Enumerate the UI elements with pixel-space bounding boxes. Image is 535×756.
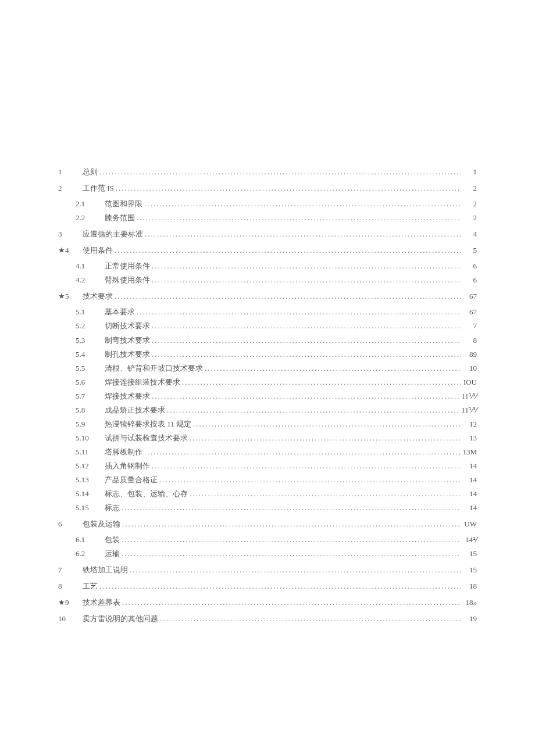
toc-subentry: 5.3制弯技术要求8 bbox=[58, 334, 477, 347]
toc-entry-number: 5.7 bbox=[76, 389, 105, 403]
toc-entry-title: 焊接连接组装技术要求 bbox=[105, 375, 180, 389]
toc-leader-dots bbox=[205, 361, 461, 375]
toc-leader-dots bbox=[193, 417, 461, 431]
toc-entry-page: 6 bbox=[463, 259, 477, 273]
toc-leader-dots bbox=[190, 431, 461, 445]
toc-entry-number: 5.12 bbox=[76, 459, 105, 473]
toc-entry-number: ★9 bbox=[58, 596, 83, 610]
toc-entry-title: 标志、包装、运输、心存 bbox=[105, 487, 188, 501]
toc-entry-page: 8 bbox=[463, 334, 477, 347]
toc-entry-page: 14 bbox=[463, 473, 477, 487]
toc-entry-title: 运输 bbox=[105, 547, 120, 561]
toc-entry-number: 2 bbox=[58, 181, 83, 195]
toc-entry-page: 14⅟ bbox=[463, 533, 477, 547]
toc-subentry: 5.13产品质量合格证14 bbox=[58, 473, 477, 487]
toc-subentry: 5.5清根、铲背和开坡口技术要求10 bbox=[58, 361, 477, 375]
toc-entry-title: 正常使用条件 bbox=[105, 259, 150, 273]
toc-leader-dots bbox=[145, 227, 461, 241]
toc-leader-dots bbox=[99, 165, 461, 179]
toc-entry-number: 4.1 bbox=[76, 259, 105, 273]
toc-entry-number: 5.11 bbox=[76, 445, 105, 459]
toc-entry-number: 6 bbox=[58, 517, 83, 531]
toc-leader-dots bbox=[137, 305, 461, 319]
toc-entry-number: ★5 bbox=[58, 289, 83, 303]
toc-subentry: 5.10试拼与试装检查技术要求13 bbox=[58, 431, 477, 445]
toc-entry-title: 制弯技术要求 bbox=[105, 334, 150, 347]
toc-entry-number: 5.9 bbox=[76, 417, 105, 431]
toc-entry-title: 清根、铲背和开坡口技术要求 bbox=[105, 361, 203, 375]
toc-entry-page: 89 bbox=[463, 347, 477, 361]
toc-entry-page: UW bbox=[463, 517, 477, 531]
toc-subentry: 5.1基本要求67 bbox=[58, 305, 477, 319]
toc-leader-dots bbox=[152, 259, 461, 273]
toc-subentry: 4.2臂殊使用条件6 bbox=[58, 273, 477, 287]
toc-subentry: 5.11塔脚板制作13M bbox=[58, 445, 477, 459]
toc-subsection-list: 6.1包装14⅟6.2运输15 bbox=[58, 533, 477, 561]
toc-entry-page: 4 bbox=[463, 227, 477, 241]
toc-entry-title: 试拼与试装检查技术要求 bbox=[105, 431, 188, 445]
toc-section: 1总则1 bbox=[58, 165, 477, 179]
toc-leader-dots bbox=[152, 347, 461, 361]
toc-entry: 3应遵循的主要标准4 bbox=[58, 227, 477, 241]
toc-section: ★9技术差界表18» bbox=[58, 596, 477, 610]
toc-entry-number: 5.3 bbox=[76, 334, 105, 347]
toc-entry-number: 8 bbox=[58, 579, 83, 593]
toc-section: 8工艺18 bbox=[58, 579, 477, 593]
table-of-contents: 1总则12工作范 IS22.1范图和界限22.2膝务范围23应遵循的主要标准4★… bbox=[58, 165, 477, 626]
toc-section: 2工作范 IS22.1范图和界限22.2膝务范围2 bbox=[58, 181, 477, 225]
toc-entry-page: 5 bbox=[463, 243, 477, 257]
toc-subentry: 5.14标志、包装、运输、心存14 bbox=[58, 487, 477, 501]
toc-entry: 1总则1 bbox=[58, 165, 477, 179]
toc-entry-page: 11⅟⅟ bbox=[461, 403, 477, 417]
toc-entry-title: 膝务范围 bbox=[105, 211, 135, 225]
toc-entry-page: 2 bbox=[463, 181, 477, 195]
toc-subentry: 5.9热浸犊锌要求按表 11 规定12 bbox=[58, 417, 477, 431]
toc-entry: ★9技术差界表18» bbox=[58, 596, 477, 610]
toc-leader-dots bbox=[152, 319, 461, 333]
toc-entry-page: 2 bbox=[463, 197, 477, 211]
toc-section: 3应遵循的主要标准4 bbox=[58, 227, 477, 241]
toc-subsection-list: 5.1基本要求675.2切断技术要求75.3制弯技术要求85.4制孔技术要求89… bbox=[58, 305, 477, 515]
toc-entry-title: 应遵循的主要标准 bbox=[83, 227, 143, 241]
toc-leader-dots bbox=[130, 563, 461, 577]
toc-entry-page: 13M bbox=[462, 445, 477, 459]
toc-entry: 6包装及运输UW bbox=[58, 517, 477, 531]
toc-subentry: 5.6焊接连接组装技术要求IOU bbox=[58, 375, 477, 389]
toc-entry-title: 使用条件 bbox=[83, 243, 113, 257]
toc-entry: 10卖方雷说明的其他问题19 bbox=[58, 612, 477, 626]
toc-entry-number: 5.5 bbox=[76, 361, 105, 375]
toc-entry: ★5技术要求67 bbox=[58, 289, 477, 303]
toc-entry: 2工作范 IS2 bbox=[58, 181, 477, 195]
toc-entry-title: 制孔技术要求 bbox=[105, 347, 150, 361]
toc-section: ★5技术要求675.1基本要求675.2切断技术要求75.3制弯技术要求85.4… bbox=[58, 289, 477, 515]
toc-entry-title: 范图和界限 bbox=[105, 197, 142, 211]
toc-entry-page: 13 bbox=[463, 431, 477, 445]
toc-entry-number: 5.10 bbox=[76, 431, 105, 445]
toc-leader-dots bbox=[152, 334, 461, 347]
toc-entry: ★4使用条件5 bbox=[58, 243, 477, 257]
toc-entry-number: 1 bbox=[58, 165, 83, 179]
toc-section: ★4使用条件54.1正常使用条件64.2臂殊使用条件6 bbox=[58, 243, 477, 287]
toc-leader-dots bbox=[182, 375, 461, 389]
toc-entry-number: 5.14 bbox=[76, 487, 105, 501]
toc-entry-title: 包装及运输 bbox=[83, 517, 120, 531]
toc-entry-number: 5.8 bbox=[76, 403, 105, 417]
toc-entry: 7铁塔加工说明15 bbox=[58, 563, 477, 577]
toc-section: 10卖方雷说明的其他问题19 bbox=[58, 612, 477, 626]
toc-entry-page: 14 bbox=[463, 501, 477, 515]
toc-entry-number: 5.13 bbox=[76, 473, 105, 487]
toc-entry-title: 基本要求 bbox=[105, 305, 135, 319]
toc-entry-page: 1 bbox=[463, 165, 477, 179]
toc-entry-title: 产品质量合格证 bbox=[105, 473, 158, 487]
toc-entry-page: 10 bbox=[463, 361, 477, 375]
toc-entry-page: 12 bbox=[463, 417, 477, 431]
toc-leader-dots bbox=[152, 459, 461, 473]
toc-entry-page: 18» bbox=[463, 596, 477, 610]
toc-entry-title: 工艺 bbox=[83, 579, 98, 593]
toc-leader-dots bbox=[159, 473, 461, 487]
toc-entry-page: 18 bbox=[463, 579, 477, 593]
toc-entry-title: 工作范 IS bbox=[83, 181, 114, 195]
toc-subentry: 2.2膝务范围2 bbox=[58, 211, 477, 225]
toc-subentry: 5.8成品矫正技术要求11⅟⅟ bbox=[58, 403, 477, 417]
toc-entry: 8工艺18 bbox=[58, 579, 477, 593]
